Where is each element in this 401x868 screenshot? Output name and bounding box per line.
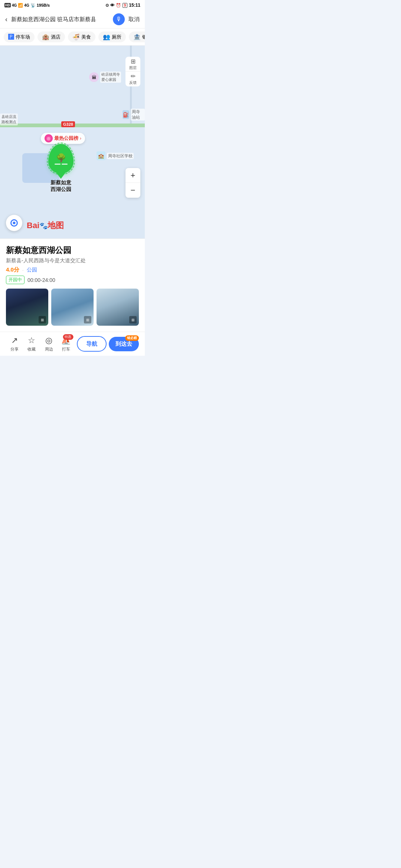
photo-icon-3: ⊞ bbox=[129, 316, 137, 323]
poi-gas: ⛽ 周寺油站 bbox=[123, 109, 145, 121]
poi-gas-icon: ⛽ bbox=[123, 110, 129, 119]
parking-icon: 🅿 bbox=[8, 34, 14, 40]
search-input[interactable] bbox=[11, 16, 109, 23]
tab-parking-label: 停车场 bbox=[16, 34, 30, 40]
battery-icon: 9 bbox=[123, 3, 128, 8]
tab-hotel[interactable]: 🏨 酒店 bbox=[38, 32, 65, 42]
poi-school-text: 周寺社区学校 bbox=[107, 153, 134, 159]
tab-food-label: 美食 bbox=[81, 34, 91, 40]
share-action[interactable]: ↗ 分享 bbox=[6, 336, 23, 352]
road-g328-label: G328 bbox=[61, 121, 75, 127]
signal-bars: 📶 bbox=[18, 3, 23, 8]
tab-toilet-label: 厕所 bbox=[112, 34, 121, 40]
image-icon-2: ⊞ bbox=[86, 318, 89, 322]
hotel-icon: 🏨 bbox=[42, 33, 49, 40]
rating-dot: · bbox=[22, 267, 24, 273]
hot-park-dot-icon: ◎ bbox=[47, 136, 50, 141]
navigate-button[interactable]: 导航 bbox=[77, 336, 107, 352]
zoom-in-button[interactable]: + bbox=[125, 168, 140, 183]
poi-aixin: 🏛 砖店镇周寺爱心家园 bbox=[89, 72, 121, 83]
microphone-icon: 🎙 bbox=[116, 16, 122, 23]
image-icon-1: ⊞ bbox=[41, 318, 44, 322]
signal-4g: 4G bbox=[12, 3, 17, 7]
time-display: 15:11 bbox=[129, 3, 140, 8]
baidu-map-text: 地图 bbox=[48, 221, 64, 230]
signal-4g-2: 4G bbox=[24, 3, 29, 7]
back-button[interactable]: ‹ bbox=[5, 16, 7, 23]
zoom-controls: + − bbox=[125, 168, 140, 198]
hot-park-text: 最热公园榜 bbox=[54, 135, 78, 142]
tab-bank-label: 银行 bbox=[142, 34, 145, 40]
image-icon-3: ⊞ bbox=[131, 318, 134, 322]
search-bar: ‹ 🎙 取消 bbox=[0, 10, 145, 29]
hours-row: 开园中 00:00-24:00 bbox=[6, 276, 139, 284]
tab-food[interactable]: 🍜 美食 bbox=[68, 32, 95, 42]
status-left: HD 4G 📶 4G 📡 195B/s bbox=[4, 3, 50, 8]
toilet-icon: 👥 bbox=[103, 33, 110, 40]
feedback-button[interactable]: ✏ 反馈 bbox=[125, 72, 140, 86]
rating-score: 4.0分 bbox=[6, 266, 19, 273]
share-label: 分享 bbox=[10, 346, 19, 352]
layer-button[interactable]: ⊞ 图层 bbox=[125, 57, 140, 72]
poi-gas-text: 周寺油站 bbox=[131, 109, 145, 121]
open-badge: 开园中 bbox=[6, 276, 25, 284]
navigate-label: 导航 bbox=[86, 341, 97, 348]
poi-aixin-icon: 🏛 bbox=[89, 72, 99, 82]
rating-type: 公园 bbox=[27, 267, 37, 273]
baidu-text: Bai bbox=[27, 221, 39, 230]
go-there-label: 到这去 bbox=[115, 341, 132, 347]
poi-aixin-text: 砖店镇周寺爱心家园 bbox=[100, 72, 121, 83]
eye-icon: 👁 bbox=[110, 3, 114, 7]
network-speed: 195B/s bbox=[37, 3, 50, 7]
collect-action[interactable]: ☆ 收藏 bbox=[23, 336, 40, 352]
must-go-badge: 错必赔 bbox=[125, 335, 139, 341]
poi-school-icon: 🏫 bbox=[97, 151, 105, 160]
hot-park-banner[interactable]: ◎ 最热公园榜 › bbox=[41, 133, 85, 144]
location-button[interactable] bbox=[6, 215, 22, 231]
location-dot-icon bbox=[10, 219, 18, 227]
layer-label: 图层 bbox=[129, 65, 137, 70]
collect-label: 收藏 bbox=[27, 346, 36, 352]
photo-thumb-2[interactable]: ⊞ bbox=[51, 289, 94, 326]
bank-icon: 🏦 bbox=[133, 33, 141, 40]
baidu-paw-icon: 🐾 bbox=[39, 222, 48, 230]
tab-parking[interactable]: 🅿 停车场 bbox=[4, 32, 35, 42]
voice-search-button[interactable]: 🎙 bbox=[113, 13, 125, 25]
photo-icon-2: ⊞ bbox=[84, 316, 91, 323]
status-bar: HD 4G 📶 4G 📡 195B/s ⊙ 👁 ⏰ 9 15:11 bbox=[0, 0, 145, 10]
hours-text: 00:00-24:00 bbox=[27, 277, 55, 283]
zoom-out-button[interactable]: − bbox=[125, 183, 140, 198]
taxi-label: 打车 bbox=[62, 346, 70, 352]
photo-thumb-1[interactable]: ⊞ bbox=[6, 289, 48, 326]
rating-row: 4.0分 · 公园 bbox=[6, 266, 139, 273]
clock-icon: ⏰ bbox=[116, 3, 121, 8]
place-address: 新蔡县-人民西路与今是大道交汇处 bbox=[6, 257, 139, 264]
settings-icon: ⊙ bbox=[105, 3, 109, 8]
map-area[interactable]: G328 🏛 砖店镇周寺爱心家园 ⛽ 周寺油站 🏫 周寺社区学校 县砖店流路检测… bbox=[0, 46, 145, 239]
nearby-icon: ◎ bbox=[45, 336, 52, 345]
cancel-button[interactable]: 取消 bbox=[128, 16, 140, 23]
tab-bank[interactable]: 🏦 银行 bbox=[129, 32, 145, 42]
collect-icon: ☆ bbox=[28, 336, 35, 345]
taxi-action[interactable]: 特惠 ⛵ 打车 bbox=[58, 336, 75, 352]
wifi-icon: 📡 bbox=[30, 3, 36, 8]
layer-icon: ⊞ bbox=[131, 58, 136, 65]
poi-school: 🏫 周寺社区学校 bbox=[97, 151, 134, 160]
place-name: 新蔡如意西湖公园 bbox=[6, 245, 139, 256]
nearby-label: 周边 bbox=[45, 346, 53, 352]
detail-panel: 新蔡如意西湖公园 新蔡县-人民西路与今是大道交汇处 4.0分 · 公园 开园中 … bbox=[0, 239, 145, 332]
bottom-bar: ↗ 分享 ☆ 收藏 ◎ 周边 特惠 ⛵ 打车 导航 错必赔 到这去 bbox=[0, 332, 145, 356]
share-icon: ↗ bbox=[11, 336, 18, 345]
nearby-action[interactable]: ◎ 周边 bbox=[40, 336, 58, 352]
park-marker[interactable]: 🌳 新蔡如意西湖公园 bbox=[48, 144, 74, 193]
go-there-button[interactable]: 错必赔 到这去 bbox=[109, 337, 139, 351]
park-pin: 🌳 bbox=[48, 144, 74, 174]
map-controls: ⊞ 图层 ✏ 反馈 bbox=[125, 57, 140, 86]
photo-thumb-3[interactable]: ⊞ bbox=[97, 289, 139, 326]
photo-icon-1: ⊞ bbox=[39, 316, 46, 323]
poi-checkpoint-text: 县砖店流路检测点 bbox=[0, 114, 18, 125]
hot-park-dot: ◎ bbox=[45, 134, 53, 142]
hd-indicator: HD bbox=[4, 3, 11, 7]
tab-toilet[interactable]: 👥 厕所 bbox=[98, 32, 126, 42]
hot-park-arrow-icon: › bbox=[80, 136, 81, 141]
